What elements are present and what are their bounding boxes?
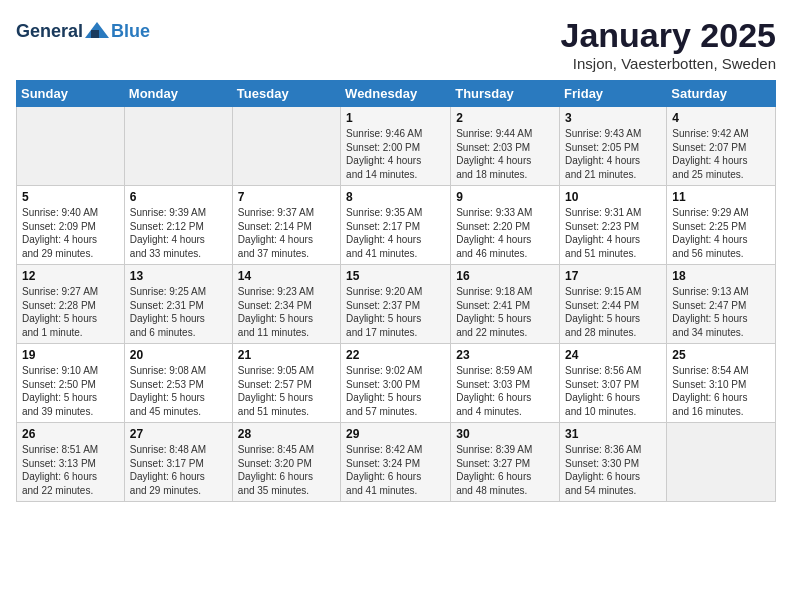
day-info: Sunrise: 8:48 AM Sunset: 3:17 PM Dayligh… [130, 443, 227, 497]
day-number: 3 [565, 111, 661, 125]
day-info: Sunrise: 9:46 AM Sunset: 2:00 PM Dayligh… [346, 127, 445, 181]
calendar-day-12: 12Sunrise: 9:27 AM Sunset: 2:28 PM Dayli… [17, 265, 125, 344]
day-number: 2 [456, 111, 554, 125]
calendar-week-row: 5Sunrise: 9:40 AM Sunset: 2:09 PM Daylig… [17, 186, 776, 265]
day-number: 19 [22, 348, 119, 362]
day-number: 21 [238, 348, 335, 362]
logo-blue: Blue [111, 21, 150, 42]
calendar-day-17: 17Sunrise: 9:15 AM Sunset: 2:44 PM Dayli… [560, 265, 667, 344]
day-info: Sunrise: 9:42 AM Sunset: 2:07 PM Dayligh… [672, 127, 770, 181]
calendar-day-11: 11Sunrise: 9:29 AM Sunset: 2:25 PM Dayli… [667, 186, 776, 265]
day-number: 11 [672, 190, 770, 204]
day-number: 6 [130, 190, 227, 204]
title-area: January 2025 Insjon, Vaesterbotten, Swed… [561, 16, 777, 72]
month-title: January 2025 [561, 16, 777, 55]
calendar-day-16: 16Sunrise: 9:18 AM Sunset: 2:41 PM Dayli… [451, 265, 560, 344]
column-header-wednesday: Wednesday [341, 81, 451, 107]
day-number: 16 [456, 269, 554, 283]
calendar-empty-cell [232, 107, 340, 186]
calendar-day-22: 22Sunrise: 9:02 AM Sunset: 3:00 PM Dayli… [341, 344, 451, 423]
calendar-day-29: 29Sunrise: 8:42 AM Sunset: 3:24 PM Dayli… [341, 423, 451, 502]
day-number: 12 [22, 269, 119, 283]
calendar-day-18: 18Sunrise: 9:13 AM Sunset: 2:47 PM Dayli… [667, 265, 776, 344]
day-info: Sunrise: 9:40 AM Sunset: 2:09 PM Dayligh… [22, 206, 119, 260]
calendar-day-28: 28Sunrise: 8:45 AM Sunset: 3:20 PM Dayli… [232, 423, 340, 502]
calendar-header-row: SundayMondayTuesdayWednesdayThursdayFrid… [17, 81, 776, 107]
day-info: Sunrise: 9:35 AM Sunset: 2:17 PM Dayligh… [346, 206, 445, 260]
day-number: 30 [456, 427, 554, 441]
day-number: 31 [565, 427, 661, 441]
day-number: 9 [456, 190, 554, 204]
calendar-day-31: 31Sunrise: 8:36 AM Sunset: 3:30 PM Dayli… [560, 423, 667, 502]
day-info: Sunrise: 9:18 AM Sunset: 2:41 PM Dayligh… [456, 285, 554, 339]
column-header-sunday: Sunday [17, 81, 125, 107]
calendar-day-7: 7Sunrise: 9:37 AM Sunset: 2:14 PM Daylig… [232, 186, 340, 265]
day-number: 27 [130, 427, 227, 441]
calendar-day-26: 26Sunrise: 8:51 AM Sunset: 3:13 PM Dayli… [17, 423, 125, 502]
column-header-monday: Monday [124, 81, 232, 107]
calendar-day-8: 8Sunrise: 9:35 AM Sunset: 2:17 PM Daylig… [341, 186, 451, 265]
calendar-day-10: 10Sunrise: 9:31 AM Sunset: 2:23 PM Dayli… [560, 186, 667, 265]
calendar-day-23: 23Sunrise: 8:59 AM Sunset: 3:03 PM Dayli… [451, 344, 560, 423]
day-info: Sunrise: 9:44 AM Sunset: 2:03 PM Dayligh… [456, 127, 554, 181]
day-info: Sunrise: 9:27 AM Sunset: 2:28 PM Dayligh… [22, 285, 119, 339]
calendar-day-6: 6Sunrise: 9:39 AM Sunset: 2:12 PM Daylig… [124, 186, 232, 265]
day-info: Sunrise: 9:37 AM Sunset: 2:14 PM Dayligh… [238, 206, 335, 260]
day-info: Sunrise: 9:15 AM Sunset: 2:44 PM Dayligh… [565, 285, 661, 339]
day-number: 18 [672, 269, 770, 283]
day-number: 15 [346, 269, 445, 283]
day-info: Sunrise: 8:36 AM Sunset: 3:30 PM Dayligh… [565, 443, 661, 497]
calendar-day-19: 19Sunrise: 9:10 AM Sunset: 2:50 PM Dayli… [17, 344, 125, 423]
page-header: General Blue January 2025 Insjon, Vaeste… [16, 16, 776, 72]
calendar-day-13: 13Sunrise: 9:25 AM Sunset: 2:31 PM Dayli… [124, 265, 232, 344]
calendar-day-21: 21Sunrise: 9:05 AM Sunset: 2:57 PM Dayli… [232, 344, 340, 423]
day-info: Sunrise: 9:43 AM Sunset: 2:05 PM Dayligh… [565, 127, 661, 181]
calendar-day-2: 2Sunrise: 9:44 AM Sunset: 2:03 PM Daylig… [451, 107, 560, 186]
calendar-day-9: 9Sunrise: 9:33 AM Sunset: 2:20 PM Daylig… [451, 186, 560, 265]
day-number: 22 [346, 348, 445, 362]
day-info: Sunrise: 9:23 AM Sunset: 2:34 PM Dayligh… [238, 285, 335, 339]
day-number: 26 [22, 427, 119, 441]
day-info: Sunrise: 8:45 AM Sunset: 3:20 PM Dayligh… [238, 443, 335, 497]
calendar-day-25: 25Sunrise: 8:54 AM Sunset: 3:10 PM Dayli… [667, 344, 776, 423]
day-info: Sunrise: 8:39 AM Sunset: 3:27 PM Dayligh… [456, 443, 554, 497]
calendar-day-20: 20Sunrise: 9:08 AM Sunset: 2:53 PM Dayli… [124, 344, 232, 423]
calendar-day-27: 27Sunrise: 8:48 AM Sunset: 3:17 PM Dayli… [124, 423, 232, 502]
logo-text: General Blue [16, 20, 150, 42]
calendar-empty-cell [124, 107, 232, 186]
day-number: 25 [672, 348, 770, 362]
day-number: 20 [130, 348, 227, 362]
day-number: 24 [565, 348, 661, 362]
column-header-saturday: Saturday [667, 81, 776, 107]
calendar-day-24: 24Sunrise: 8:56 AM Sunset: 3:07 PM Dayli… [560, 344, 667, 423]
calendar-day-4: 4Sunrise: 9:42 AM Sunset: 2:07 PM Daylig… [667, 107, 776, 186]
day-info: Sunrise: 8:56 AM Sunset: 3:07 PM Dayligh… [565, 364, 661, 418]
calendar-empty-cell [17, 107, 125, 186]
day-number: 23 [456, 348, 554, 362]
calendar-table: SundayMondayTuesdayWednesdayThursdayFrid… [16, 80, 776, 502]
day-info: Sunrise: 9:05 AM Sunset: 2:57 PM Dayligh… [238, 364, 335, 418]
logo-general: General [16, 21, 83, 42]
day-info: Sunrise: 9:02 AM Sunset: 3:00 PM Dayligh… [346, 364, 445, 418]
logo: General Blue [16, 20, 150, 42]
day-info: Sunrise: 9:29 AM Sunset: 2:25 PM Dayligh… [672, 206, 770, 260]
day-info: Sunrise: 9:20 AM Sunset: 2:37 PM Dayligh… [346, 285, 445, 339]
calendar-day-5: 5Sunrise: 9:40 AM Sunset: 2:09 PM Daylig… [17, 186, 125, 265]
day-number: 7 [238, 190, 335, 204]
calendar-day-14: 14Sunrise: 9:23 AM Sunset: 2:34 PM Dayli… [232, 265, 340, 344]
calendar-week-row: 12Sunrise: 9:27 AM Sunset: 2:28 PM Dayli… [17, 265, 776, 344]
day-number: 29 [346, 427, 445, 441]
calendar-empty-cell [667, 423, 776, 502]
day-info: Sunrise: 9:25 AM Sunset: 2:31 PM Dayligh… [130, 285, 227, 339]
calendar-week-row: 19Sunrise: 9:10 AM Sunset: 2:50 PM Dayli… [17, 344, 776, 423]
day-number: 13 [130, 269, 227, 283]
day-number: 1 [346, 111, 445, 125]
calendar-day-15: 15Sunrise: 9:20 AM Sunset: 2:37 PM Dayli… [341, 265, 451, 344]
day-info: Sunrise: 9:39 AM Sunset: 2:12 PM Dayligh… [130, 206, 227, 260]
day-number: 17 [565, 269, 661, 283]
day-info: Sunrise: 9:08 AM Sunset: 2:53 PM Dayligh… [130, 364, 227, 418]
column-header-thursday: Thursday [451, 81, 560, 107]
day-number: 4 [672, 111, 770, 125]
day-info: Sunrise: 8:42 AM Sunset: 3:24 PM Dayligh… [346, 443, 445, 497]
calendar-week-row: 26Sunrise: 8:51 AM Sunset: 3:13 PM Dayli… [17, 423, 776, 502]
